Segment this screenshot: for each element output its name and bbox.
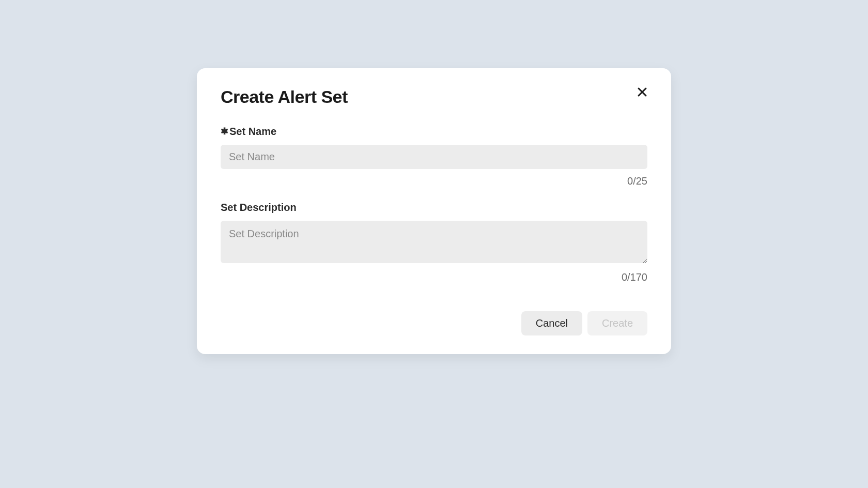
- set-name-label: ✱ Set Name: [221, 126, 647, 138]
- set-description-label: Set Description: [221, 202, 647, 213]
- create-alert-set-modal: Create Alert Set ✱ Set Name 0/25 Set Des…: [197, 68, 671, 354]
- set-description-input[interactable]: [221, 221, 647, 263]
- modal-header: Create Alert Set: [221, 87, 647, 107]
- create-button[interactable]: Create: [587, 311, 647, 335]
- cancel-button[interactable]: Cancel: [521, 311, 582, 335]
- set-name-input[interactable]: [221, 145, 647, 169]
- set-name-counter: 0/25: [221, 175, 647, 187]
- set-description-counter: 0/170: [221, 271, 647, 283]
- modal-title: Create Alert Set: [221, 87, 348, 107]
- close-button[interactable]: [634, 84, 650, 100]
- set-name-group: ✱ Set Name 0/25: [221, 126, 647, 187]
- set-name-label-text: Set Name: [229, 126, 276, 138]
- required-asterisk-icon: ✱: [221, 127, 228, 136]
- set-description-group: Set Description 0/170: [221, 202, 647, 283]
- set-description-label-text: Set Description: [221, 202, 297, 213]
- modal-footer: Cancel Create: [221, 311, 647, 335]
- close-icon: [636, 86, 648, 98]
